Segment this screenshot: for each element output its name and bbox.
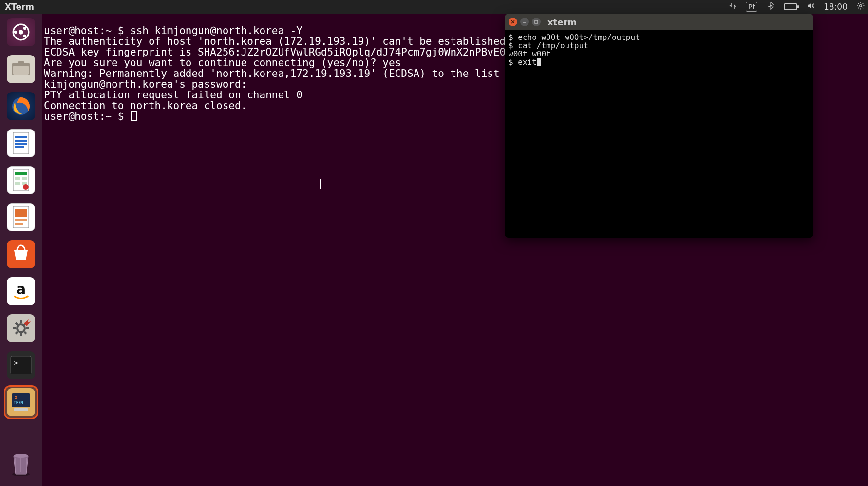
svg-rect-19 <box>15 182 20 185</box>
terminal-line: Connection to north.korea closed. <box>44 100 247 112</box>
svg-point-4 <box>23 27 26 30</box>
terminal-line: Are you sure you want to continue connec… <box>44 57 401 69</box>
system-tray: Pt 18:00 <box>728 1 865 12</box>
settings-icon[interactable] <box>5 313 37 344</box>
dash-icon[interactable] <box>5 17 37 48</box>
amazon-icon[interactable]: a <box>5 276 37 307</box>
terminal-line: $ exit <box>509 57 537 67</box>
window-title: XTerm <box>3 2 34 12</box>
svg-rect-14 <box>15 146 24 148</box>
svg-rect-11 <box>15 136 27 138</box>
svg-point-21 <box>23 184 29 190</box>
svg-rect-33 <box>14 408 28 411</box>
terminal-line: Warning: Permanently added 'north.korea,… <box>44 68 543 79</box>
text-cursor-ibeam <box>320 179 321 189</box>
launcher-dock: a >_ XTERM <box>0 14 42 486</box>
battery-icon[interactable] <box>784 3 797 10</box>
svg-text:>_: >_ <box>14 359 22 367</box>
gear-icon[interactable] <box>856 1 865 12</box>
svg-rect-16 <box>15 172 27 175</box>
svg-rect-17 <box>15 177 20 180</box>
xterm-window-title: xterm <box>547 17 577 27</box>
calc-icon[interactable] <box>5 165 37 196</box>
network-icon[interactable] <box>728 1 737 12</box>
svg-rect-24 <box>15 219 27 221</box>
minimize-icon[interactable] <box>520 18 529 26</box>
svg-rect-18 <box>22 177 27 180</box>
svg-text:TERM: TERM <box>14 401 23 405</box>
firefox-icon[interactable] <box>5 91 37 122</box>
bluetooth-icon[interactable] <box>766 1 775 12</box>
svg-rect-23 <box>15 209 27 217</box>
terminal-line: kimjongun@north.korea's password: <box>44 78 253 90</box>
cursor-icon <box>131 111 137 121</box>
svg-point-3 <box>14 31 17 34</box>
terminal-icon[interactable]: >_ <box>5 350 37 381</box>
svg-rect-12 <box>15 140 27 142</box>
svg-rect-8 <box>18 61 24 64</box>
xterm-floating-window[interactable]: xterm $ echo w00t w00t>/tmp/output $ cat… <box>505 14 813 238</box>
svg-point-5 <box>23 35 26 37</box>
trash-icon[interactable] <box>5 448 37 479</box>
svg-point-2 <box>19 30 23 35</box>
terminal-line: PTY allocation request failed on channel… <box>44 89 302 101</box>
files-icon[interactable] <box>5 54 37 85</box>
svg-rect-13 <box>15 143 27 145</box>
terminal-line: The authenticity of host 'north.korea (1… <box>44 36 512 47</box>
terminal-line: user@host:~ $ ssh kimjongun@north.korea … <box>44 25 302 37</box>
input-method-indicator[interactable]: Pt <box>746 2 757 12</box>
terminal-line: ECDSA key fingerprint is SHA256:JZ2rOZUf… <box>44 46 512 58</box>
xterm-icon[interactable]: XTERM <box>5 387 37 418</box>
clock[interactable]: 18:00 <box>824 2 848 12</box>
terminal-prompt: user@host:~ $ <box>44 111 130 122</box>
xterm-content[interactable]: $ echo w00t w00t>/tmp/output $ cat /tmp/… <box>505 30 813 238</box>
svg-text:a: a <box>16 280 26 298</box>
svg-rect-25 <box>15 223 23 225</box>
svg-rect-36 <box>535 20 538 23</box>
software-icon[interactable] <box>5 239 37 270</box>
svg-point-0 <box>860 5 862 7</box>
svg-text:X: X <box>15 395 18 400</box>
maximize-icon[interactable] <box>532 18 541 26</box>
svg-point-35 <box>14 454 28 458</box>
top-menubar: XTerm Pt 18:00 <box>0 0 868 14</box>
close-icon[interactable] <box>509 18 517 26</box>
svg-point-27 <box>17 324 25 332</box>
cursor-icon <box>537 58 541 66</box>
impress-icon[interactable] <box>5 202 37 233</box>
xterm-titlebar[interactable]: xterm <box>505 14 813 30</box>
svg-rect-7 <box>13 66 29 75</box>
volume-icon[interactable] <box>806 1 815 12</box>
writer-icon[interactable] <box>5 128 37 159</box>
